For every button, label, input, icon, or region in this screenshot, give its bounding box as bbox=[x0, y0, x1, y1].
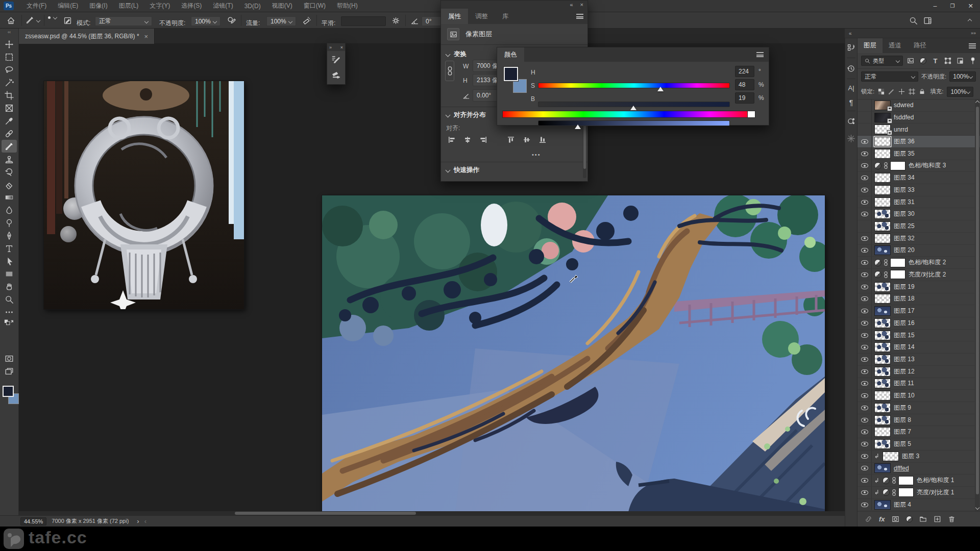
blur-tool[interactable] bbox=[2, 204, 17, 216]
layer-name[interactable]: 图层 11 bbox=[894, 379, 914, 388]
layer-name[interactable]: 图层 19 bbox=[894, 283, 915, 291]
link-dimensions-button[interactable] bbox=[445, 61, 454, 81]
visibility-toggle[interactable] bbox=[857, 196, 872, 208]
visibility-toggle[interactable] bbox=[857, 233, 872, 244]
flyout-close-icon[interactable]: × bbox=[340, 45, 343, 50]
visibility-toggle[interactable] bbox=[857, 354, 872, 365]
screen-mode-icon[interactable] bbox=[2, 365, 17, 378]
layer-thumbnail[interactable] bbox=[874, 500, 891, 510]
dodge-tool[interactable] bbox=[2, 216, 17, 229]
layer-row[interactable]: ↳ 图层 20 bbox=[857, 245, 980, 257]
brush-settings-icon[interactable] bbox=[327, 51, 345, 67]
visibility-toggle[interactable] bbox=[857, 160, 872, 172]
layer-row[interactable]: ↳ 图层 17 bbox=[857, 305, 980, 317]
background-swatch[interactable] bbox=[513, 79, 527, 93]
edit-toolbar-icon[interactable] bbox=[2, 306, 17, 318]
brightness-value-field[interactable]: 19 bbox=[735, 92, 754, 104]
layer-mask-thumbnail[interactable] bbox=[898, 488, 914, 497]
tab-color[interactable]: 颜色 bbox=[497, 47, 524, 62]
menu-3d[interactable]: 3D(D) bbox=[239, 0, 266, 12]
menu-select[interactable]: 选择(S) bbox=[176, 0, 207, 12]
brightness-slider[interactable] bbox=[538, 120, 730, 126]
align-right-button[interactable] bbox=[478, 134, 489, 145]
flyout-expand-icon[interactable]: » bbox=[329, 45, 332, 50]
zoom-tool[interactable] bbox=[2, 293, 17, 306]
menu-layer[interactable]: 图层(L) bbox=[113, 0, 144, 12]
lock-paint-icon[interactable] bbox=[888, 88, 895, 95]
layer-name[interactable]: 图层 31 bbox=[894, 198, 915, 207]
visibility-toggle[interactable] bbox=[857, 402, 872, 414]
layer-row[interactable]: ↳ 图层 19 bbox=[857, 281, 980, 293]
menu-file[interactable]: 文件(F) bbox=[21, 0, 52, 12]
layer-name[interactable]: 图层 7 bbox=[894, 428, 911, 436]
layer-thumbnail[interactable] bbox=[874, 427, 891, 437]
hue-slider-thumb[interactable] bbox=[657, 87, 664, 91]
layer-row[interactable]: ↳ 图层 15 bbox=[857, 330, 980, 342]
align-more-button[interactable]: ••• bbox=[532, 152, 541, 158]
tab-layers[interactable]: 图层 bbox=[857, 38, 883, 53]
document-close-icon[interactable]: × bbox=[144, 33, 149, 40]
brush-size-picker[interactable] bbox=[48, 16, 57, 19]
window-minimize-button[interactable]: – bbox=[927, 0, 944, 12]
visibility-toggle[interactable] bbox=[857, 378, 872, 390]
add-mask-icon[interactable] bbox=[892, 515, 899, 523]
layer-thumbnail[interactable] bbox=[874, 124, 891, 134]
layer-thumbnail[interactable] bbox=[874, 355, 891, 364]
lock-artboard-icon[interactable] bbox=[909, 88, 915, 95]
foreground-swatch[interactable] bbox=[504, 67, 518, 81]
slice-tool[interactable] bbox=[2, 102, 17, 114]
layer-thumbnail[interactable] bbox=[874, 282, 891, 292]
new-group-icon[interactable] bbox=[919, 515, 927, 523]
workspace-switcher-icon[interactable] bbox=[922, 15, 933, 26]
layer-row[interactable]: ↳ 图层 16 bbox=[857, 317, 980, 330]
layer-name[interactable]: 图层 16 bbox=[894, 319, 915, 328]
marquee-tool[interactable] bbox=[2, 51, 17, 63]
layer-row[interactable]: ↳ 图层 33 bbox=[857, 184, 980, 196]
layer-row[interactable]: ↳ 图层 31 bbox=[857, 196, 980, 209]
brush-tool[interactable] bbox=[2, 140, 17, 153]
menu-filter[interactable]: 滤镜(T) bbox=[207, 0, 238, 12]
layer-row[interactable]: ↳ 图层 7 bbox=[857, 426, 980, 438]
layer-name[interactable]: 色相/饱和度 3 bbox=[909, 161, 946, 170]
pen-tool[interactable] bbox=[2, 229, 17, 242]
layer-thumbnail[interactable] bbox=[874, 113, 891, 122]
history-panel-icon[interactable] bbox=[845, 59, 857, 78]
layers-opacity-select[interactable]: 100% bbox=[949, 71, 976, 82]
tab-paths[interactable]: 路径 bbox=[908, 38, 933, 53]
layer-mask-thumbnail[interactable] bbox=[890, 270, 905, 279]
visibility-toggle[interactable] bbox=[857, 499, 872, 511]
window-close-button[interactable]: ✕ bbox=[962, 0, 980, 12]
layer-row[interactable]: ↳ 图层 13 bbox=[857, 354, 980, 366]
layer-thumbnail[interactable] bbox=[874, 294, 891, 304]
tab-adjustments[interactable]: 调整 bbox=[468, 9, 495, 24]
layer-name[interactable]: 图层 5 bbox=[894, 440, 911, 448]
layer-row[interactable]: ↳ unrrd bbox=[857, 123, 980, 136]
layer-row[interactable]: ↳ 图层 32 bbox=[857, 233, 980, 245]
foreground-color-swatch[interactable] bbox=[3, 386, 14, 397]
align-top-button[interactable] bbox=[505, 134, 517, 145]
layer-name[interactable]: sdwred bbox=[894, 102, 914, 109]
layer-name[interactable]: 图层 20 bbox=[894, 246, 915, 255]
menu-type[interactable]: 文字(Y) bbox=[144, 0, 176, 12]
layer-name[interactable]: 色相/饱和度 2 bbox=[909, 258, 946, 267]
layer-name[interactable]: unrrd bbox=[894, 126, 908, 133]
smoothing-gear-button[interactable] bbox=[390, 15, 401, 26]
visibility-toggle[interactable] bbox=[857, 220, 872, 232]
new-layer-icon[interactable] bbox=[934, 515, 941, 523]
layer-name[interactable]: 图层 3 bbox=[902, 452, 919, 461]
visibility-toggle[interactable] bbox=[857, 208, 872, 220]
quick-mask-icon[interactable] bbox=[2, 352, 17, 365]
visibility-toggle[interactable] bbox=[857, 123, 872, 135]
layer-row[interactable]: ↳ sdwred bbox=[857, 99, 980, 112]
adjustment-icon[interactable] bbox=[883, 489, 890, 496]
layer-row[interactable]: ↳ 图层 5 bbox=[857, 438, 980, 450]
align-bottom-button[interactable] bbox=[537, 134, 548, 145]
visibility-toggle[interactable] bbox=[857, 450, 872, 462]
tab-properties[interactable]: 属性 bbox=[441, 9, 468, 24]
tab-channels[interactable]: 通道 bbox=[883, 38, 908, 53]
home-button[interactable] bbox=[5, 16, 16, 25]
filter-smart-object-icon[interactable] bbox=[955, 56, 965, 66]
layer-name[interactable]: 图层 12 bbox=[894, 367, 915, 376]
layer-row[interactable]: ↳ 图层 8 bbox=[857, 414, 980, 427]
search-icon[interactable] bbox=[908, 15, 919, 26]
